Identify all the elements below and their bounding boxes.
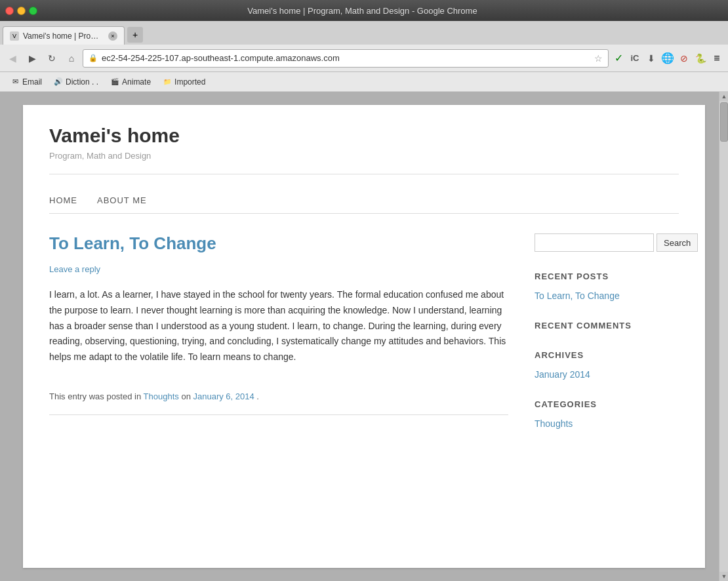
sidebar-recent-comments: RECENT COMMENTS xyxy=(535,321,679,331)
main-layout: To Learn, To Change Leave a reply I lear… xyxy=(49,233,679,449)
recent-post-link-1[interactable]: To Learn, To Change xyxy=(535,290,679,301)
post-date-link[interactable]: January 6, 2014 xyxy=(193,391,254,401)
title-bar: Vamei's home | Program, Math and Design … xyxy=(0,0,728,21)
bookmark-imported-label: Imported xyxy=(174,77,205,87)
tab-close-button[interactable]: × xyxy=(108,31,117,41)
tab-bar: V Vamei's home | Program, × + xyxy=(0,21,728,45)
post-footer: This entry was posted in Thoughts on Jan… xyxy=(49,385,508,401)
site-nav: HOME ABOUT ME xyxy=(49,188,679,214)
sidebar-recent-posts: RECENT POSTS To Learn, To Change xyxy=(535,271,679,301)
minimize-button[interactable] xyxy=(17,7,26,15)
scroll-thumb[interactable] xyxy=(720,102,728,142)
extension-icon-dl[interactable]: ⬇ xyxy=(644,51,658,66)
page-area: Vamei's home Program, Math and Design HO… xyxy=(0,92,728,581)
diction-bookmark-icon: 🔊 xyxy=(54,77,63,87)
search-button[interactable]: Search xyxy=(657,233,698,252)
back-button[interactable]: ◀ xyxy=(4,50,21,67)
post-footer-date-prefix: on xyxy=(181,391,193,401)
post-footer-suffix: . xyxy=(256,391,259,401)
imported-bookmark-icon: 📁 xyxy=(163,77,172,87)
email-bookmark-icon: ✉ xyxy=(10,77,20,87)
tab-favicon: V xyxy=(10,31,19,41)
blog-container: Vamei's home Program, Math and Design HO… xyxy=(23,105,705,568)
extension-icon-4[interactable]: 🌐 xyxy=(660,51,675,66)
sidebar-archives: ARCHIVES January 2014 xyxy=(535,350,679,380)
site-title: Vamei's home xyxy=(49,125,679,147)
category-link-thoughts[interactable]: Thoughts xyxy=(535,418,679,429)
site-tagline: Program, Math and Design xyxy=(49,151,679,161)
bookmark-diction[interactable]: 🔊 Diction . . xyxy=(49,76,104,88)
close-button[interactable] xyxy=(5,7,14,15)
extension-icon-1[interactable]: ✓ xyxy=(611,51,626,66)
address-bar[interactable]: 🔒 ec2-54-254-225-107.ap-southeast-1.comp… xyxy=(83,49,609,68)
nav-about[interactable]: ABOUT ME xyxy=(97,195,147,205)
sidebar-search: Search xyxy=(535,233,679,252)
recent-posts-title: RECENT POSTS xyxy=(535,271,679,281)
extension-icon-ic[interactable]: iC xyxy=(628,51,642,66)
menu-button[interactable]: ≡ xyxy=(710,51,724,66)
tab-label: Vamei's home | Program, xyxy=(23,31,102,41)
post-footer-prefix: This entry was posted in xyxy=(49,391,141,401)
scroll-up-arrow[interactable]: ▲ xyxy=(719,92,728,101)
post-body: I learn, a lot. As a learner, I have sta… xyxy=(49,287,508,365)
lock-icon: 🔒 xyxy=(89,54,98,62)
active-tab[interactable]: V Vamei's home | Program, × xyxy=(3,26,125,45)
post-title[interactable]: To Learn, To Change xyxy=(49,233,508,254)
scrollbar[interactable]: ▲ ▼ xyxy=(719,92,728,581)
archive-link-jan2014[interactable]: January 2014 xyxy=(535,369,679,380)
forward-button[interactable]: ▶ xyxy=(24,50,41,67)
sidebar-categories: CATEGORIES Thoughts xyxy=(535,399,679,429)
nav-home[interactable]: HOME xyxy=(49,195,77,205)
nav-right-icons: ✓ iC ⬇ 🌐 ⊘ 🐍 ≡ xyxy=(611,51,724,66)
extension-icon-py[interactable]: 🐍 xyxy=(693,51,708,66)
bookmark-animate-label: Animate xyxy=(122,77,151,87)
scroll-down-arrow[interactable]: ▼ xyxy=(719,572,728,581)
sidebar: Search RECENT POSTS To Learn, To Change … xyxy=(535,233,679,449)
post-divider xyxy=(49,414,508,415)
window-controls[interactable] xyxy=(5,7,37,15)
star-icon[interactable]: ☆ xyxy=(594,53,603,64)
animate-bookmark-icon: 🎬 xyxy=(110,77,119,87)
post-category-link[interactable]: Thoughts xyxy=(144,391,179,401)
extension-icon-stop[interactable]: ⊘ xyxy=(677,51,691,66)
archives-title: ARCHIVES xyxy=(535,350,679,360)
new-tab-button[interactable]: + xyxy=(127,27,143,43)
leave-reply-link[interactable]: Leave a reply xyxy=(49,264,100,274)
url-text: ec2-54-254-225-107.ap-southeast-1.comput… xyxy=(102,53,590,63)
recent-comments-title: RECENT COMMENTS xyxy=(535,321,679,331)
bookmark-email[interactable]: ✉ Email xyxy=(5,76,47,88)
main-content: To Learn, To Change Leave a reply I lear… xyxy=(49,233,508,449)
bookmark-diction-label: Diction . . xyxy=(66,77,98,87)
categories-title: CATEGORIES xyxy=(535,399,679,409)
window-title: Vamei's home | Program, Math and Design … xyxy=(41,6,683,16)
site-header: Vamei's home Program, Math and Design xyxy=(49,125,679,174)
post-body-text: I learn, a lot. As a learner, I have sta… xyxy=(49,289,506,362)
bookmark-animate[interactable]: 🎬 Animate xyxy=(105,76,156,88)
search-input[interactable] xyxy=(535,233,654,252)
refresh-button[interactable]: ↻ xyxy=(43,50,60,67)
bookmark-email-label: Email xyxy=(22,77,42,87)
navigation-bar: ◀ ▶ ↻ ⌂ 🔒 ec2-54-254-225-107.ap-southeas… xyxy=(0,45,728,72)
maximize-button[interactable] xyxy=(29,7,37,15)
bookmark-imported[interactable]: 📁 Imported xyxy=(157,76,211,88)
bookmarks-bar: ✉ Email 🔊 Diction . . 🎬 Animate 📁 Import… xyxy=(0,72,728,92)
home-button[interactable]: ⌂ xyxy=(63,50,80,67)
